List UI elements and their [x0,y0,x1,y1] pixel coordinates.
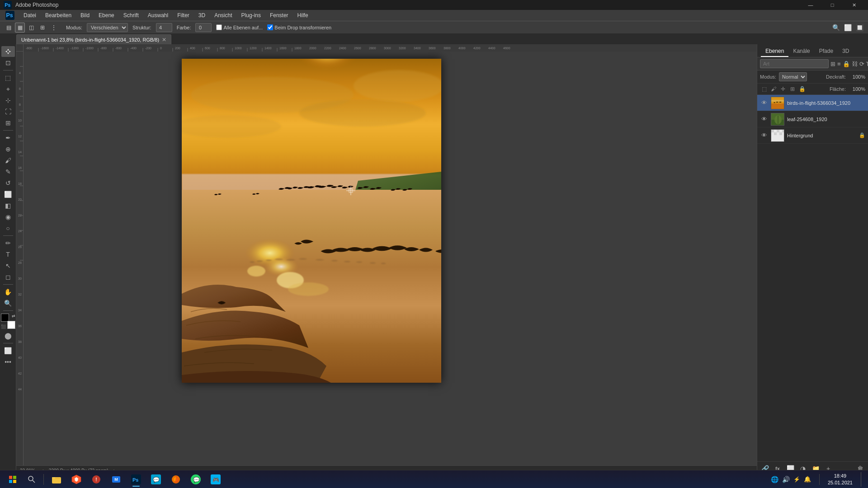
lock-position-icon[interactable]: ✛ [779,85,787,93]
menu-datei[interactable]: Datei [20,11,40,19]
tool-option-square2[interactable]: ▦ [15,23,25,33]
tray-battery-icon[interactable]: ⚡ [793,476,800,483]
tool-eyedropper[interactable]: ✒ [1,132,15,143]
layer-search-input[interactable] [760,59,829,68]
zoom-icon[interactable]: 🔲 [854,23,864,33]
system-clock[interactable]: 18:49 25.01.2021 [824,473,856,486]
layer-style-icon[interactable]: ⟳ [859,59,864,68]
taskbar-firefox[interactable] [167,471,185,488]
tool-mask-mode[interactable]: ⬤ [1,330,15,341]
tool-gradient[interactable]: ◧ [1,200,15,211]
arrange-icon[interactable]: ⬜ [843,23,853,33]
canvas-work-area[interactable] [24,52,757,465]
tool-option-dots[interactable]: ⋮ [49,23,59,33]
tool-type[interactable]: T [1,249,15,260]
tool-hand[interactable]: ✋ [1,286,15,297]
minimize-button[interactable]: — [800,0,821,10]
tool-shape[interactable]: ◻ [1,272,15,282]
taskbar-search-button[interactable] [24,472,40,487]
tool-spot-heal[interactable]: ⊕ [1,144,15,155]
background-color[interactable] [7,321,15,329]
layer-item-leaf[interactable]: 👁 leaf-254608_1920 [757,111,868,127]
menu-plugins[interactable]: Plug-ins [238,11,264,19]
taskbar-chat[interactable]: 💬 [147,471,165,488]
tool-option-grid[interactable]: ⊞ [38,23,47,33]
taskbar-misc1[interactable]: ! [87,471,105,488]
lock-artboard-icon[interactable]: ⊞ [788,85,797,93]
menu-ebene[interactable]: Ebene [95,11,118,19]
document-tab[interactable]: Unbenannt-1 bei 23,8% (birds-in-flight-5… [16,34,171,44]
menu-fenster[interactable]: Fenster [266,11,292,19]
layer-item-birds[interactable]: 👁 birds-in-flight-5366034_19 [757,95,868,111]
tool-move[interactable] [1,46,15,57]
modus-select[interactable]: Verschieden [87,23,128,32]
menu-auswahl[interactable]: Auswahl [144,11,172,19]
tab-kanaele[interactable]: Kanäle [788,46,814,57]
tool-zoom[interactable]: 🔍 [1,298,15,309]
tool-eraser[interactable]: ⬜ [1,189,15,200]
windows-start-button[interactable] [4,472,22,487]
layer-filter-icon[interactable]: ⊞ [830,59,835,68]
layer-link-icon[interactable]: ⛓ [852,59,858,68]
lock-transparent-icon[interactable]: ⬚ [760,85,768,93]
reset-colors-icon[interactable]: ⬛ [1,324,6,329]
menu-bearbeiten[interactable]: Bearbeiten [42,11,75,19]
menu-filter[interactable]: Filter [174,11,193,19]
beim-drop-checkbox[interactable] [267,24,273,30]
tool-pen[interactable]: ✏ [1,238,15,249]
swap-colors-icon[interactable]: ⇄ [12,314,15,318]
taskbar-photoshop[interactable]: Ps [127,471,145,488]
taskbar-explorer[interactable] [47,471,66,488]
tool-crop[interactable]: ⛶ [1,106,15,117]
struktur-input[interactable] [156,23,172,32]
alle-ebenen-checkbox[interactable] [216,24,222,30]
tool-screen-mode[interactable]: ⬜ [1,345,15,356]
tool-option-square3[interactable]: ◫ [26,23,36,33]
lock-all-icon[interactable]: 🔒 [798,85,806,93]
close-button[interactable]: ✕ [844,0,864,10]
tool-stamp[interactable]: ✎ [1,166,15,177]
tool-frame[interactable]: ⊞ [1,117,15,128]
menu-hilfe[interactable]: Hilfe [294,11,312,19]
tool-marquee[interactable]: ⬚ [1,72,15,83]
tool-more[interactable]: ••• [1,357,15,367]
tray-network-icon[interactable]: 🌐 [771,476,778,483]
layer-visibility-leaf[interactable]: 👁 [760,115,768,123]
photo-canvas [182,59,441,383]
menu-ansicht[interactable]: Ansicht [211,11,236,19]
layer-item-hintergrund[interactable]: 👁 [757,127,868,144]
tab-pfade[interactable]: Pfade [815,46,838,57]
menu-bild[interactable]: Bild [77,11,93,19]
tool-path-select[interactable]: ↖ [1,260,15,271]
tool-dodge[interactable]: ○ [1,223,15,234]
tool-artboard[interactable]: ⊡ [1,57,15,68]
layer-visibility-birds[interactable]: 👁 [760,99,768,107]
taskbar-misc4[interactable]: 🎮 [207,471,225,488]
tool-lasso[interactable]: ⌖ [1,84,15,94]
tool-blur[interactable]: ◉ [1,211,15,222]
tool-option-square1[interactable]: ▤ [4,23,14,33]
tab-close-button[interactable]: ✕ [162,37,166,43]
taskbar-misc2[interactable]: M [107,471,125,488]
show-desktop-button[interactable] [861,472,864,487]
layer-lock-icon[interactable]: 🔒 [843,59,850,68]
tool-history-brush[interactable]: ↺ [1,178,15,188]
tool-brush[interactable]: 🖌 [1,155,15,166]
taskbar-brave[interactable] [67,471,85,488]
layer-text-icon[interactable]: T [866,59,868,68]
tab-3d[interactable]: 3D [838,46,854,57]
tray-volume-icon[interactable]: 🔊 [782,476,790,483]
menu-schrift[interactable]: Schrift [120,11,142,19]
lock-brush-icon[interactable]: 🖌 [769,85,778,93]
layer-visibility-hintergrund[interactable]: 👁 [760,131,768,140]
blend-mode-select[interactable]: Normal [779,72,807,81]
tool-object-select[interactable]: ⊹ [1,95,15,106]
layer-settings-icon[interactable]: ≡ [837,59,841,68]
menu-3d[interactable]: 3D [195,11,209,19]
tray-notification-icon[interactable]: 🔔 [804,476,811,483]
taskbar-misc3[interactable]: 💬 [187,471,205,488]
maximize-button[interactable]: □ [822,0,843,10]
farbe-input[interactable] [195,23,212,32]
tab-ebenen[interactable]: Ebenen [761,46,788,57]
search-icon-right[interactable]: 🔍 [831,23,841,33]
